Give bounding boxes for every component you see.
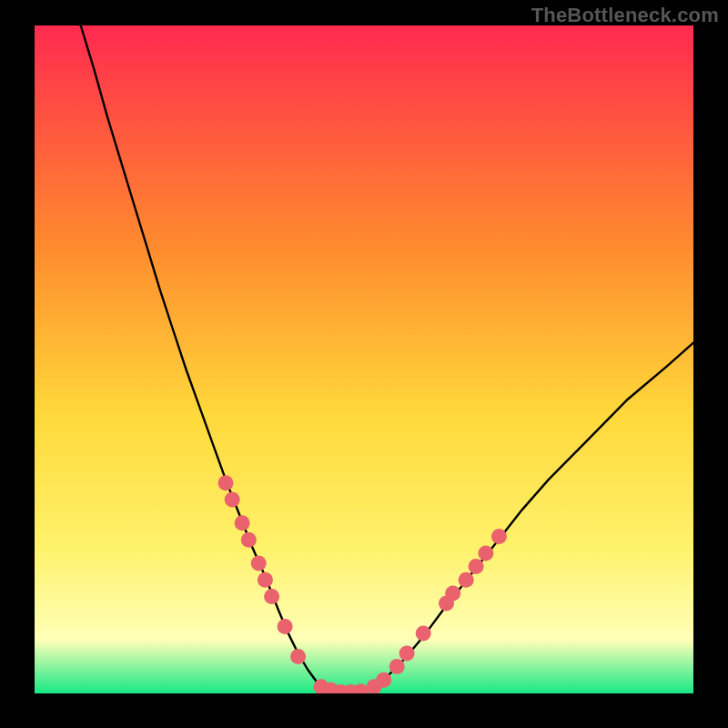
chart-svg	[35, 25, 693, 693]
highlight-dot	[389, 659, 405, 674]
highlight-dot	[258, 572, 273, 588]
highlight-dot	[290, 649, 306, 664]
attribution-text: TheBottleneck.com	[0, 0, 728, 27]
highlight-dot	[218, 475, 234, 490]
highlight-dot	[491, 529, 507, 544]
highlight-dot	[469, 559, 484, 574]
gradient-background	[35, 25, 693, 693]
highlight-dot	[264, 589, 279, 604]
highlight-dot	[376, 672, 391, 688]
highlight-dot	[241, 532, 257, 548]
highlight-dot	[478, 545, 493, 561]
highlight-dot	[278, 619, 293, 634]
highlight-dot	[235, 515, 250, 531]
highlight-dot	[416, 625, 431, 641]
highlight-dot	[225, 492, 240, 508]
highlight-dot	[399, 646, 415, 662]
highlight-dot	[445, 585, 460, 601]
highlight-dot	[251, 555, 267, 571]
highlight-dot	[459, 572, 474, 588]
plot-area	[35, 25, 693, 693]
chart-frame: TheBottleneck.com	[0, 0, 728, 728]
